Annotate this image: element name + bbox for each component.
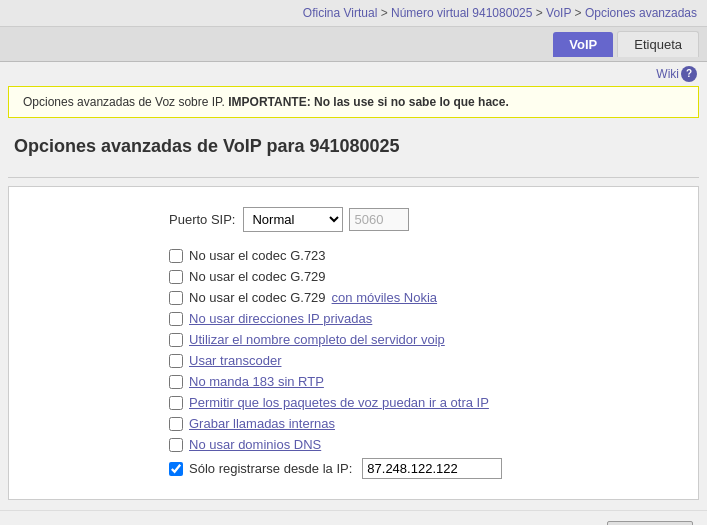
label-g729: No usar el codec G.729: [189, 269, 326, 284]
content-box: Puerto SIP: Normal 5060 Otro No usar el …: [8, 186, 699, 500]
tab-etiqueta[interactable]: Etiqueta: [617, 31, 699, 57]
checkbox-registrarse[interactable]: [169, 462, 183, 476]
link-ip-privadas[interactable]: No usar direcciones IP privadas: [189, 311, 372, 326]
checkbox-item-paquetes: Permitir que los paquetes de voz puedan …: [169, 395, 502, 410]
checkbox-nombre-completo[interactable]: [169, 333, 183, 347]
warning-bar: Opciones avanzadas de Voz sobre IP. IMPO…: [8, 86, 699, 118]
save-button[interactable]: Guardar: [607, 521, 693, 525]
breadcrumb-opciones[interactable]: Opciones avanzadas: [585, 6, 697, 20]
sip-row: Puerto SIP: Normal 5060 Otro: [169, 207, 409, 232]
link-183[interactable]: No manda 183 sin RTP: [189, 374, 324, 389]
checkbox-g723[interactable]: [169, 249, 183, 263]
breadcrumb-oficina[interactable]: Oficina Virtual: [303, 6, 377, 20]
button-bar: Guardar: [0, 510, 707, 525]
checkbox-paquetes[interactable]: [169, 396, 183, 410]
breadcrumb-numero[interactable]: Número virtual 941080025: [391, 6, 532, 20]
checkbox-item-g729: No usar el codec G.729: [169, 269, 502, 284]
label-registrarse: Sólo registrarse desde la IP:: [189, 461, 352, 476]
checkbox-item-registrarse: Sólo registrarse desde la IP:: [169, 458, 502, 479]
breadcrumb: Oficina Virtual > Número virtual 9410800…: [0, 0, 707, 27]
page-title: Opciones avanzadas de VoIP para 94108002…: [0, 126, 707, 169]
link-nokia[interactable]: con móviles Nokia: [332, 290, 438, 305]
wiki-link[interactable]: Wiki: [656, 67, 679, 81]
ip-input[interactable]: [362, 458, 502, 479]
label-g729-nokia-pre: No usar el codec G.729: [189, 290, 326, 305]
checkbox-g729[interactable]: [169, 270, 183, 284]
tab-bar: VoIP Etiqueta: [0, 27, 707, 62]
tab-voip[interactable]: VoIP: [553, 32, 613, 57]
checkbox-grabar[interactable]: [169, 417, 183, 431]
checkbox-list: No usar el codec G.723 No usar el codec …: [169, 248, 502, 479]
form-section: Puerto SIP: Normal 5060 Otro No usar el …: [29, 207, 678, 479]
breadcrumb-voip[interactable]: VoIP: [546, 6, 571, 20]
checkbox-item-dns: No usar dominios DNS: [169, 437, 502, 452]
link-grabar[interactable]: Grabar llamadas internas: [189, 416, 335, 431]
sip-label: Puerto SIP:: [169, 212, 235, 227]
checkbox-item-g723: No usar el codec G.723: [169, 248, 502, 263]
checkbox-item-183: No manda 183 sin RTP: [169, 374, 502, 389]
checkbox-transcoder[interactable]: [169, 354, 183, 368]
checkbox-183[interactable]: [169, 375, 183, 389]
label-g723: No usar el codec G.723: [189, 248, 326, 263]
link-paquetes[interactable]: Permitir que los paquetes de voz puedan …: [189, 395, 489, 410]
wiki-bar: Wiki ?: [0, 62, 707, 86]
separator: [8, 177, 699, 178]
sip-port-input[interactable]: [349, 208, 409, 231]
checkbox-item-g729-nokia: No usar el codec G.729 con móviles Nokia: [169, 290, 502, 305]
link-dns[interactable]: No usar dominios DNS: [189, 437, 321, 452]
link-transcoder[interactable]: Usar transcoder: [189, 353, 281, 368]
checkbox-item-transcoder: Usar transcoder: [169, 353, 502, 368]
warning-prefix: Opciones avanzadas de Voz sobre IP.: [23, 95, 228, 109]
checkbox-g729-nokia[interactable]: [169, 291, 183, 305]
link-nombre-completo[interactable]: Utilizar el nombre completo del servidor…: [189, 332, 445, 347]
warning-bold: IMPORTANTE: No las use si no sabe lo que…: [228, 95, 509, 109]
sip-port-select[interactable]: Normal 5060 Otro: [243, 207, 343, 232]
wiki-help-icon[interactable]: ?: [681, 66, 697, 82]
checkbox-item-grabar: Grabar llamadas internas: [169, 416, 502, 431]
checkbox-ip-privadas[interactable]: [169, 312, 183, 326]
checkbox-dns[interactable]: [169, 438, 183, 452]
checkbox-item-ip-privadas: No usar direcciones IP privadas: [169, 311, 502, 326]
checkbox-item-nombre-completo: Utilizar el nombre completo del servidor…: [169, 332, 502, 347]
